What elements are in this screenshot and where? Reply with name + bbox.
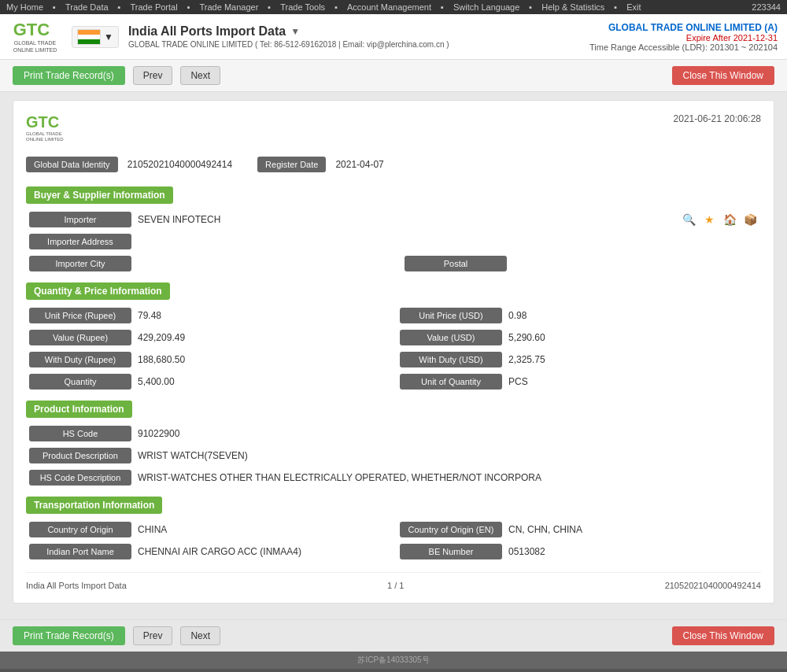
record-card: GTC GLOBAL TRADEONLINE LIMITED 2021-06-2… [13,100,774,604]
hs-code-description-value: WRIST-WATCHES OTHER THAN ELECTRICALLY OP… [138,472,758,483]
register-date-value: 2021-04-07 [335,159,383,170]
next-button-top[interactable]: Next [180,66,220,85]
unit-price-rupee-value: 79.48 [138,310,387,321]
hs-code-row: HS Code 91022900 [29,426,758,441]
unit-price-usd: Unit Price (USD) 0.98 [400,308,758,323]
unit-of-quantity-value: PCS [508,376,758,387]
home-icon[interactable]: 🏠 [722,212,737,227]
be-number-field: BE Number 0513082 [400,544,758,559]
product-description-label: Product Description [29,448,131,463]
unit-price-row: Unit Price (Rupee) 79.48 Unit Price (USD… [29,308,758,323]
close-window-button-bottom[interactable]: Close This Window [672,626,774,645]
importer-address-row: Importer Address [29,234,758,249]
nav-trade-tools[interactable]: Trade Tools [280,2,325,12]
nav-exit[interactable]: Exit [626,2,641,12]
importer-value: SEVEN INFOTECH [138,214,668,225]
country-of-origin-label: Country of Origin [29,522,131,537]
value-rupee-value: 429,209.49 [138,332,387,343]
buyer-supplier-section-header: Buyer & Supplier Information [26,186,173,204]
importer-row: Importer SEVEN INFOTECH 🔍 ★ 🏠 📦 [29,212,758,227]
unit-price-usd-value: 0.98 [508,310,758,321]
quantity-row: Quantity 5,400.00 Unit of Quantity PCS [29,374,758,390]
nav-separator6: ▪ [441,2,444,12]
header-main-title: India All Ports Import Data ▼ [128,24,589,39]
importer-city-label: Importer City [29,256,131,271]
print-record-button-bottom[interactable]: Print Trade Record(s) [13,626,125,645]
hs-code-description-label: HS Code Description [29,470,131,486]
star-icon[interactable]: ★ [701,212,717,227]
with-duty-rupee-label: With Duty (Rupee) [29,352,131,367]
unit-of-quantity-label: Unit of Quantity [400,374,502,390]
global-data-identity-label: Global Data Identity [26,157,118,172]
expire-info: Expire After 2021-12-31 [589,33,778,42]
card-logo: GTC GLOBAL TRADEONLINE LIMITED [26,113,64,142]
unit-price-rupee-label: Unit Price (Rupee) [29,308,131,323]
flag-dropdown-arrow: ▼ [104,31,113,42]
card-logo-text: GTC [26,113,64,131]
value-usd: Value (USD) 5,290.60 [400,330,758,345]
global-data-identity-value: 21052021040000492414 [127,159,232,170]
product-section-header: Product Information [26,401,132,418]
print-record-button-top[interactable]: Print Trade Record(s) [13,66,125,85]
nav-switch-language[interactable]: Switch Language [453,2,519,12]
title-dropdown-arrow[interactable]: ▼ [290,26,300,37]
with-duty-rupee-value: 188,680.50 [138,354,387,365]
nav-separator: ▪ [53,2,56,12]
hs-code-value: 91022900 [138,428,758,439]
close-window-button-top[interactable]: Close This Window [672,66,774,85]
postal-label: Postal [405,256,507,271]
nav-trade-portal[interactable]: Trade Portal [131,2,178,12]
card-header: GTC GLOBAL TRADEONLINE LIMITED 2021-06-2… [26,113,761,142]
box-icon[interactable]: 📦 [742,212,758,227]
nav-trade-manager[interactable]: Trade Manager [200,2,259,12]
quantity-price-body: Unit Price (Rupee) 79.48 Unit Price (USD… [26,308,761,390]
port-row: Indian Port Name CHENNAI AIR CARGO ACC (… [29,544,758,559]
flag-dropdown[interactable]: ▼ [72,26,119,48]
header: GTC GLOBAL TRADEONLINE LIMITED ▼ India A… [0,14,787,60]
next-button-bottom[interactable]: Next [180,626,220,645]
buyer-supplier-body: Importer SEVEN INFOTECH 🔍 ★ 🏠 📦 Importer… [26,212,761,271]
quantity-field: Quantity 5,400.00 [29,374,387,390]
nav-separator5: ▪ [334,2,338,12]
transportation-section-header: Transportation Information [26,497,162,514]
unit-of-quantity-field: Unit of Quantity PCS [400,374,758,390]
product-body: HS Code 91022900 Product Description WRI… [26,426,761,486]
nav-my-home[interactable]: My Home [6,2,43,12]
with-duty-usd-label: With Duty (USD) [400,352,502,367]
quantity-label: Quantity [29,374,131,390]
port-name-label: Indian Port Name [29,544,131,559]
card-logo-sub: GLOBAL TRADEONLINE LIMITED [26,131,64,142]
time-range-info: Time Range Accessible (LDR): 201301 ~ 20… [589,42,778,52]
main-content: GTC GLOBAL TRADEONLINE LIMITED 2021-06-2… [0,92,787,619]
action-bar-bottom: Print Trade Record(s) Prev Next Close Th… [0,619,787,652]
be-number-label: BE Number [400,544,502,559]
search-icon[interactable]: 🔍 [681,212,696,227]
record-footer-id: 21052021040000492414 [665,581,761,590]
logo-image: GTC GLOBAL TRADEONLINE LIMITED [9,19,61,54]
transportation-body: Country of Origin CHINA Country of Origi… [26,522,761,559]
header-logo: GTC GLOBAL TRADEONLINE LIMITED ▼ [9,19,119,54]
with-duty-row: With Duty (Rupee) 188,680.50 With Duty (… [29,352,758,367]
nav-account-management[interactable]: Account Management [347,2,431,12]
top-bar: My Home ▪ Trade Data ▪ Trade Portal ▪ Tr… [0,0,787,14]
with-duty-usd: With Duty (USD) 2,325.75 [400,352,758,367]
prev-button-top[interactable]: Prev [133,66,173,85]
with-duty-usd-value: 2,325.75 [508,354,758,365]
unit-price-usd-label: Unit Price (USD) [400,308,502,323]
nav-separator7: ▪ [529,2,532,12]
footer: Company Website | Global Customs Data | … [0,669,787,672]
top-nav: My Home ▪ Trade Data ▪ Trade Portal ▪ Tr… [6,2,641,12]
nav-trade-data[interactable]: Trade Data [65,2,109,12]
hs-code-label: HS Code [29,426,131,441]
company-name: GLOBAL TRADE ONLINE LIMITED (A) [589,22,778,33]
prev-button-bottom[interactable]: Prev [133,626,173,645]
unit-price-rupee: Unit Price (Rupee) 79.48 [29,308,387,323]
nav-separator2: ▪ [118,2,121,12]
header-account: GLOBAL TRADE ONLINE LIMITED (A) Expire A… [589,22,778,52]
with-duty-rupee: With Duty (Rupee) 188,680.50 [29,352,387,367]
logo-text: GTC [13,20,57,40]
nav-help-statistics[interactable]: Help & Statistics [541,2,604,12]
port-name-field: Indian Port Name CHENNAI AIR CARGO ACC (… [29,544,387,559]
icp-text: 苏ICP备14033305号 [357,655,429,664]
record-date: 2021-06-21 20:06:28 [674,113,761,124]
